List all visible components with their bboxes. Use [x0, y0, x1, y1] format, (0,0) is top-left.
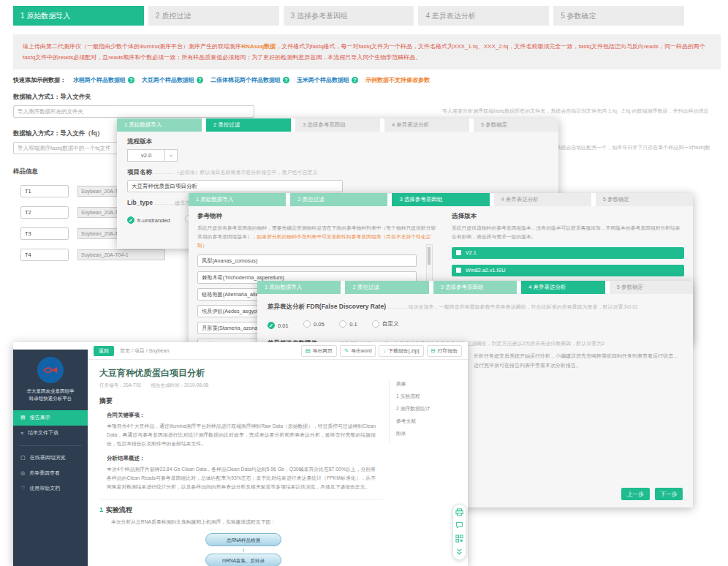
project-name-label: 项目名称 …………（必填项）默认项目名称将显示在分析报告中，用户也可自定义	[127, 168, 548, 177]
browser-icon: ▢	[20, 455, 26, 461]
result-paragraph: 本次4个样品测序共获得23.84 Gb Clean Data，各样品Clean …	[107, 465, 376, 492]
tab-step5[interactable]: 5 参数确定	[474, 118, 558, 132]
fdr-option-005[interactable]: 0.05	[303, 320, 325, 328]
edit-icon: ✎	[344, 346, 349, 356]
sidebar-item-genome-browser[interactable]: ▢在线基因组浏览	[13, 450, 88, 466]
tab-step5[interactable]: 5 参数确定	[553, 6, 684, 26]
tab-step2[interactable]: 2 质控过滤	[148, 6, 279, 26]
tab-step1[interactable]: 1 原始数据导入	[257, 281, 341, 294]
help-icon[interactable]: ?	[283, 77, 289, 83]
help-icon[interactable]: ?	[197, 77, 203, 83]
menu-divider	[19, 445, 82, 446]
checkbox-icon[interactable]	[456, 250, 461, 255]
tab-step5[interactable]: 5 参数确定	[610, 281, 693, 294]
wizard-tabs: 1 原始数据导入 2 质控过滤 3 选择参考基因组 4 差异表达分析 5 参数确…	[189, 193, 693, 206]
collapse-chevrons-icon[interactable]	[455, 548, 463, 556]
report-title: 大豆育种优质蛋白项目分析	[99, 367, 456, 380]
tab-step2[interactable]: 2 质控过滤	[290, 193, 387, 206]
sidebar-item-help[interactable]: ♡使用帮助文档	[13, 481, 88, 497]
platform-title: 华大基因农业基因组学 转录组快速分析平台	[13, 388, 88, 403]
tab-step3[interactable]: 3 选择参考基因组	[284, 6, 414, 26]
help-icon[interactable]: ?	[128, 77, 134, 83]
feedback-chat-icon[interactable]	[455, 521, 463, 529]
quick-link-cotton[interactable]: 二倍体棉花两个样品数据组?	[211, 76, 289, 84]
genome-version-option[interactable]: V2.1	[452, 247, 684, 259]
printer-icon[interactable]	[455, 508, 463, 516]
list-icon: ≡	[20, 431, 23, 436]
pipeline-version-select[interactable]: v2.0 ⌄	[127, 149, 548, 162]
quick-link-soybean[interactable]: 大豆两个样品数据组?	[142, 76, 203, 84]
species-item[interactable]: 凤梨(Ananas_comosus)	[197, 254, 417, 267]
tab-step1[interactable]: 1 原始数据导入	[13, 6, 144, 26]
tab-step4[interactable]: 4 差异表达分析	[521, 281, 604, 294]
print-icon: ⊟	[431, 346, 436, 356]
next-step-button[interactable]: 下一步	[655, 488, 683, 500]
report-content: 大豆育种优质蛋白项目分析 任务编号：20A-T01 报告生成时间：2019-08…	[88, 360, 468, 566]
libtype-option-unstranded[interactable]: ✓ fr-unstranded	[127, 216, 170, 224]
sample-id-input[interactable]	[20, 206, 69, 219]
quick-link-maize[interactable]: 玉米两个样品数据组?	[297, 76, 358, 84]
tab-step3[interactable]: 3 选择参考基因组	[295, 118, 380, 132]
tab-step3[interactable]: 3 选择参考基因组	[392, 193, 489, 206]
toc-item[interactable]: 参考文献	[396, 418, 460, 425]
fdr-hint: …………错误发现率，一般筛选差异基因参数中差异表达阈值，符合此标准的差异基因为显…	[387, 304, 638, 309]
fdr-option-custom[interactable]: 自定义	[372, 320, 399, 328]
page-icon: ▤	[306, 346, 311, 356]
version-desc: 系统只提供该物种的参考基因组版本，没有的版本可以联系客服添加，不同版本的参考基因…	[452, 224, 684, 241]
flow-intro: 本次分析从总RNA质量检测到文库构建和上机测序，实验建库流程见下图：	[111, 518, 380, 527]
run-tip-text: 分析任务提交后系统开始运行分析，小编建议您先去喝杯茶或回到任务列表查看运行状态，…	[474, 351, 680, 371]
radio-checked-icon: ✓	[127, 216, 134, 224]
upload-notice: 请上传由第二代测序仪（一般指由少数个体的illumina测序平台）测序产生的双端…	[13, 34, 721, 69]
chevron-down-icon[interactable]: ⌄	[165, 149, 178, 162]
help-icon[interactable]: ?	[352, 77, 358, 83]
tab-step1[interactable]: 1 原始数据导入	[189, 193, 286, 206]
tab-step5[interactable]: 5 参数确定	[596, 193, 693, 206]
qrcode-icon[interactable]	[455, 535, 463, 543]
quick-link-rice[interactable]: 水稻两个样品数据组?	[73, 76, 134, 84]
download-zip-button[interactable]: ↓下载报告(.zip)	[379, 345, 423, 357]
tab-step3[interactable]: 3 选择参考基因组	[433, 281, 517, 294]
fdr-option-01[interactable]: 0.1	[339, 320, 357, 328]
export-word-button[interactable]: ✎导出word	[340, 345, 376, 357]
genome-version-option[interactable]: Wm82.a2.v1.ISU	[452, 265, 684, 276]
prev-step-button[interactable]: 上一步	[621, 488, 650, 500]
sidebar-item-report[interactable]: ▤报告展示	[13, 410, 88, 426]
toc-item[interactable]: 附录	[396, 430, 460, 437]
fdr-option-001[interactable]: ✓0.01	[268, 322, 289, 329]
sidebar-item-downloads[interactable]: ≡结果文件下载	[13, 426, 88, 441]
quick-sample-row: 快速添加示例数据： 水稻两个样品数据组? 大豆两个样品数据组? 二倍体棉花两个样…	[13, 76, 721, 84]
back-button[interactable]: 返回	[94, 346, 114, 356]
brand-logo	[37, 357, 64, 383]
wizard-step-buttons: 上一步 下一步	[621, 488, 683, 500]
sample-id-input[interactable]	[20, 185, 69, 197]
tab-step4[interactable]: 4 差异表达分析	[494, 193, 591, 206]
tab-step1[interactable]: 1 原始数据导入	[117, 118, 202, 132]
tab-step2[interactable]: 2 质控过滤	[206, 118, 291, 132]
checkbox-icon[interactable]	[456, 268, 461, 273]
wizard-tabs: 1 原始数据导入 2 质控过滤 3 选择参考基因组 4 差异表达分析 5 参数确…	[257, 281, 693, 294]
flow-step: 总RNA样品检测	[205, 533, 281, 546]
species-desc: 系统只提供有参考基因组的物种，需要先确定所测物种是否在下面的参考物种列表中（每个…	[197, 224, 439, 250]
wizard-tabs: 1 原始数据导入 2 质控过滤 3 选择参考基因组 4 差异表达分析 5 参数确…	[13, 6, 684, 26]
toc-item[interactable]: 2 测序数据统计	[396, 405, 460, 412]
sample-id-input[interactable]	[20, 227, 69, 240]
project-name-input[interactable]	[127, 180, 343, 192]
toc-item[interactable]: 摘要	[396, 380, 460, 388]
notice-highlight: RNAseq数据	[241, 43, 276, 50]
report-window: 华大基因农业基因组学 转录组快速分析平台 ▤报告展示 ≡结果文件下载 ▢在线基因…	[13, 342, 468, 566]
flow-step: mRNA富集、反转录	[205, 554, 281, 566]
tab-step4[interactable]: 4 差异表达分析	[384, 118, 469, 132]
scrollbar-thumb[interactable]	[428, 247, 431, 265]
print-report-button[interactable]: ⊟打印报告	[427, 345, 462, 357]
report-sidebar: 华大基因农业基因组学 转录组快速分析平台 ▤报告展示 ≡结果文件下载 ▢在线基因…	[13, 350, 88, 566]
sidebar-item-deg-view[interactable]: ◎差异基因查看	[13, 466, 88, 481]
quick-note: 示例数据不支持修改参数	[365, 76, 430, 84]
toc-item[interactable]: 1 实验流程	[396, 393, 460, 400]
sample-id-input[interactable]	[20, 249, 69, 261]
folder-input[interactable]	[13, 105, 254, 118]
heart-icon: ♡	[20, 486, 25, 491]
tab-step2[interactable]: 2 质控过滤	[345, 281, 428, 294]
species-title: 参考物种	[197, 212, 439, 221]
tab-step4[interactable]: 4 差异表达分析	[418, 6, 549, 26]
export-html-button[interactable]: ▤导出网页	[301, 345, 337, 357]
